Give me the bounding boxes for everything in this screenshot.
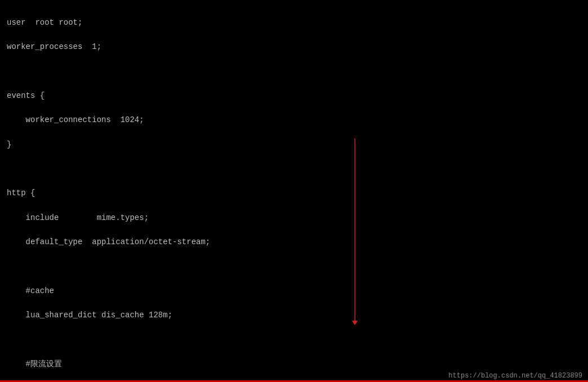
line-lua-shared: lua_shared_dict dis_cache 128m; <box>7 311 172 320</box>
line-cache-comment: #cache <box>7 286 54 295</box>
line-include: include mime.types; <box>7 213 149 222</box>
line-user: user root root; <box>7 18 82 27</box>
line-default-type: default_type application/octet-stream; <box>7 237 210 246</box>
line-events-open: events { <box>7 91 44 100</box>
line-http-open: http { <box>7 188 35 197</box>
url-text: https://blog.csdn.net/qq_41823899 <box>448 372 582 380</box>
line-events-close: } <box>7 140 11 149</box>
line-worker-processes: worker_processes 1; <box>7 42 101 51</box>
code-editor: user root root; worker_processes 1; even… <box>0 0 588 382</box>
line-rate-limit-comment: #限流设置 <box>7 359 62 368</box>
line-worker-connections: worker_connections 1024; <box>7 115 144 124</box>
